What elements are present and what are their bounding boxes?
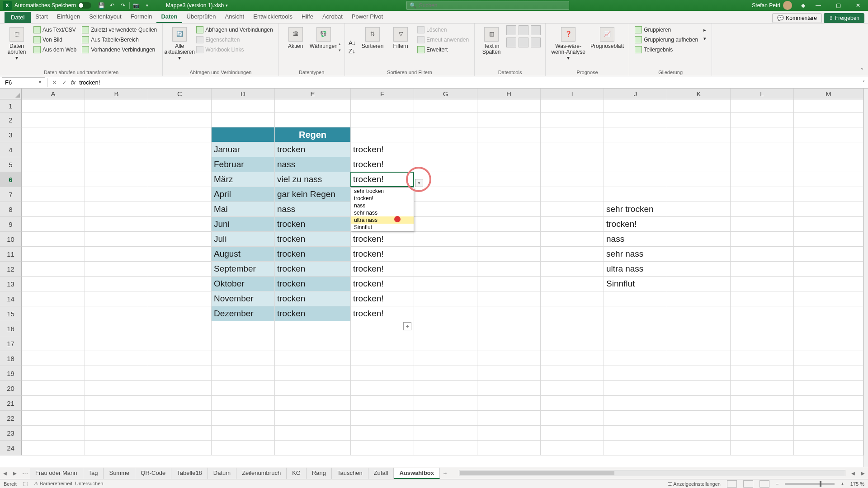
cell-I7[interactable] — [541, 187, 604, 202]
cell-H21[interactable] — [477, 396, 541, 411]
cell-D2[interactable] — [212, 113, 275, 127]
cell-M2[interactable] — [794, 113, 863, 127]
cell-K14[interactable] — [667, 291, 731, 306]
cell-K19[interactable] — [667, 366, 731, 381]
cell-C17[interactable] — [148, 336, 212, 351]
cell-K4[interactable] — [667, 142, 731, 157]
view-pagebreak-icon[interactable] — [760, 480, 769, 488]
zoom-slider[interactable] — [785, 483, 835, 485]
datatype-prev-icon[interactable]: ▴ — [339, 42, 341, 46]
cell-E21[interactable] — [275, 396, 351, 411]
cell-H24[interactable] — [477, 441, 541, 455]
dv-option[interactable]: trocken! — [351, 195, 414, 202]
cell-K20[interactable] — [667, 381, 731, 396]
cell-G18[interactable] — [414, 351, 477, 366]
cell-L3[interactable] — [731, 127, 794, 142]
cell-F12[interactable]: trocken! — [351, 262, 414, 277]
row-header-5[interactable]: 5 — [0, 157, 22, 172]
cell-D17[interactable] — [212, 336, 275, 351]
sheet-nav-next[interactable]: ► — [10, 470, 20, 477]
cell-M3[interactable] — [794, 127, 863, 142]
user-avatar[interactable] — [783, 1, 792, 10]
cell-C22[interactable] — [148, 411, 212, 426]
cell-A21[interactable] — [22, 396, 85, 411]
filename-chevron-icon[interactable]: ▾ — [226, 3, 228, 8]
datatype-next-icon[interactable]: ▾ — [339, 48, 341, 52]
cell-K1[interactable] — [667, 99, 731, 113]
ribbon-item[interactable]: Gruppierung aufheben — [633, 35, 700, 44]
cell-F14[interactable]: trocken! — [351, 291, 414, 306]
cell-G4[interactable] — [414, 142, 477, 157]
cell-M14[interactable] — [794, 291, 863, 306]
camera-icon[interactable]: 📷 — [131, 0, 142, 11]
row-header-24[interactable]: 24 — [0, 441, 22, 455]
sheet-tab[interactable]: Zufall — [368, 468, 394, 479]
cell-E24[interactable] — [275, 441, 351, 455]
col-header-C[interactable]: C — [148, 89, 212, 99]
cell-M24[interactable] — [794, 441, 863, 455]
undo-icon[interactable]: ↶ — [107, 0, 118, 11]
data-validation-list[interactable]: sehr trockentrocken!nasssehr nassultra n… — [351, 187, 414, 231]
cell-M17[interactable] — [794, 336, 863, 351]
cell-A20[interactable] — [22, 381, 85, 396]
cell-L24[interactable] — [731, 441, 794, 455]
tab-ansicht[interactable]: Ansicht — [221, 11, 249, 23]
cell-D15[interactable]: Dezember — [212, 306, 275, 321]
cell-A1[interactable] — [22, 99, 85, 113]
sort-button[interactable]: ⇅Sortieren — [359, 25, 386, 69]
cell-A18[interactable] — [22, 351, 85, 366]
cell-I16[interactable] — [541, 321, 604, 336]
cell-J16[interactable] — [604, 321, 667, 336]
cell-K3[interactable] — [667, 127, 731, 142]
cell-I9[interactable] — [541, 217, 604, 232]
cell-K11[interactable] — [667, 247, 731, 262]
cell-A15[interactable] — [22, 306, 85, 321]
cell-B12[interactable] — [85, 262, 148, 277]
cell-I18[interactable] — [541, 351, 604, 366]
cell-M16[interactable] — [794, 321, 863, 336]
cell-B15[interactable] — [85, 306, 148, 321]
name-box-chevron-icon[interactable]: ▼ — [38, 80, 42, 84]
tab-überprüfen[interactable]: Überprüfen — [182, 11, 221, 23]
cell-B22[interactable] — [85, 411, 148, 426]
cell-E7[interactable]: gar kein Regen — [275, 187, 351, 202]
cell-I10[interactable] — [541, 232, 604, 247]
cell-G23[interactable] — [414, 426, 477, 441]
outline-collapse-icon[interactable]: ▾ — [703, 36, 706, 42]
cell-J17[interactable] — [604, 336, 667, 351]
cell-I12[interactable] — [541, 262, 604, 277]
cell-H9[interactable] — [477, 217, 541, 232]
cell-L21[interactable] — [731, 396, 794, 411]
col-header-D[interactable]: D — [212, 89, 275, 99]
sheet-tab[interactable]: Datum — [208, 468, 236, 479]
cell-L5[interactable] — [731, 157, 794, 172]
cell-M9[interactable] — [794, 217, 863, 232]
cell-M4[interactable] — [794, 142, 863, 157]
cell-H13[interactable] — [477, 277, 541, 291]
row-header-4[interactable]: 4 — [0, 142, 22, 157]
cell-F5[interactable]: trocken! — [351, 157, 414, 172]
autofill-options-icon[interactable] — [403, 322, 411, 330]
cell-H15[interactable] — [477, 306, 541, 321]
row-header-6[interactable]: 6 — [0, 172, 22, 187]
cell-J22[interactable] — [604, 411, 667, 426]
tab-einfügen[interactable]: Einfügen — [52, 11, 85, 23]
cell-F20[interactable] — [351, 381, 414, 396]
tab-power pivot[interactable]: Power Pivot — [347, 11, 387, 23]
cell-B13[interactable] — [85, 277, 148, 291]
cell-A8[interactable] — [22, 202, 85, 217]
cell-C10[interactable] — [148, 232, 212, 247]
cell-J11[interactable]: sehr nass — [604, 247, 667, 262]
cell-H2[interactable] — [477, 113, 541, 127]
diamond-icon[interactable]: ◆ — [797, 0, 808, 11]
cell-E16[interactable] — [275, 321, 351, 336]
data-validation-icon[interactable] — [531, 25, 541, 35]
cell-A10[interactable] — [22, 232, 85, 247]
cell-M1[interactable] — [794, 99, 863, 113]
cell-J19[interactable] — [604, 366, 667, 381]
cell-A3[interactable] — [22, 127, 85, 142]
cell-M10[interactable] — [794, 232, 863, 247]
cell-A12[interactable] — [22, 262, 85, 277]
sheet-tab[interactable]: Summe — [104, 468, 135, 479]
col-header-B[interactable]: B — [85, 89, 148, 99]
